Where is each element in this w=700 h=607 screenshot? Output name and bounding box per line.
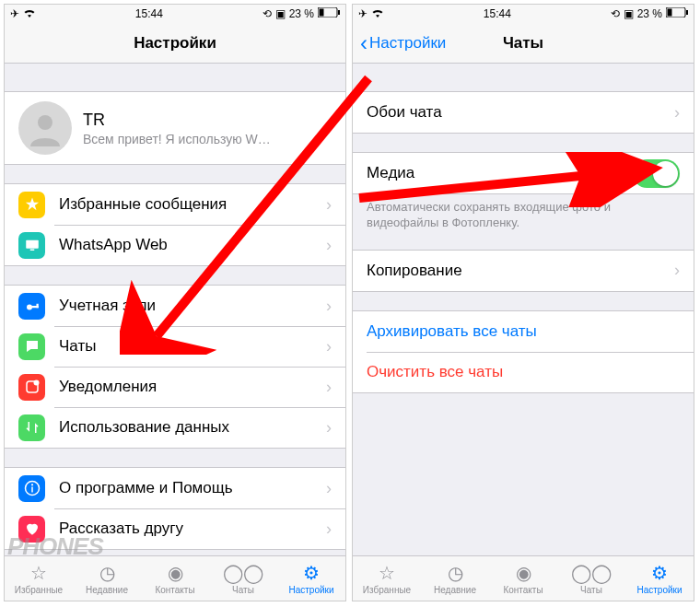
status-time: 15:44 — [484, 7, 511, 20]
svg-rect-12 — [31, 487, 33, 493]
settings-screen: ✈ 15:44 ⟲ ▣ 23 % Настройки — [4, 4, 346, 601]
chevron-right-icon: › — [326, 418, 332, 438]
airplane-icon: ✈ — [358, 7, 368, 20]
chevron-right-icon: › — [326, 337, 332, 356]
cell-label: Медиа — [367, 164, 633, 182]
archive-all-cell[interactable]: Архивировать все чаты — [353, 311, 694, 352]
notification-icon — [18, 374, 45, 401]
data-icon — [18, 414, 45, 441]
nav-bar: Настройки — [5, 23, 345, 64]
cell-label: Копирование — [367, 262, 674, 280]
cell-label: Избранные сообщения — [59, 195, 326, 214]
whatsapp-web-cell[interactable]: WhatsApp Web › — [5, 225, 345, 265]
profile-cell[interactable]: TR Всем привет! Я использую W… › — [5, 92, 345, 164]
screenshot-icon: ▣ — [624, 7, 634, 20]
tab-contacts[interactable]: ◉Контакты — [489, 556, 557, 601]
person-icon: ◉ — [516, 562, 531, 584]
watermark: PHONES — [7, 532, 103, 561]
back-button[interactable]: ‹ Настройки — [360, 30, 446, 56]
cell-label: Очистить все чаты — [367, 363, 680, 381]
cell-label: Уведомления — [59, 378, 326, 396]
cell-label: Обои чата — [367, 103, 674, 122]
svg-point-10 — [33, 380, 39, 386]
svg-rect-5 — [29, 250, 34, 251]
battery-percent: 23 % — [637, 7, 662, 20]
nav-bar: ‹ Настройки Чаты — [353, 23, 694, 64]
nav-title: Чаты — [503, 34, 543, 53]
chat-bubbles-icon: ◯◯ — [223, 562, 263, 584]
chevron-right-icon: › — [326, 119, 332, 138]
tab-favorites[interactable]: ☆Избранные — [5, 556, 73, 601]
data-usage-cell[interactable]: Использование данных › — [5, 407, 345, 448]
chevron-right-icon: › — [326, 297, 332, 316]
notifications-cell[interactable]: Уведомления › — [5, 367, 345, 407]
account-cell[interactable]: Учетная запи › — [5, 286, 345, 326]
clock-icon: ◷ — [448, 562, 463, 584]
person-icon: ◉ — [168, 562, 183, 584]
cell-label: Учетная запи — [59, 297, 326, 315]
gear-icon: ⚙ — [651, 562, 668, 584]
media-footer-note: Автоматически сохранять входящие фото и … — [353, 194, 694, 231]
starred-messages-cell[interactable]: Избранные сообщения › — [5, 184, 345, 225]
nav-title: Настройки — [134, 34, 216, 53]
chevron-right-icon: › — [326, 479, 332, 498]
chevron-right-icon: › — [326, 378, 332, 397]
chat-icon — [18, 333, 45, 360]
orientation-lock-icon: ⟲ — [611, 7, 620, 20]
chevron-right-icon: › — [326, 236, 332, 255]
star-icon — [18, 192, 45, 218]
tab-bar: ☆Избранные ◷Недавние ◉Контакты ◯◯Чаты ⚙Н… — [353, 555, 694, 601]
media-cell: Медиа — [353, 153, 694, 193]
profile-status: Всем привет! Я использую W… — [83, 132, 326, 146]
svg-point-3 — [38, 115, 52, 130]
svg-rect-16 — [686, 10, 688, 15]
tab-settings[interactable]: ⚙Настройки — [625, 556, 694, 601]
media-toggle[interactable] — [633, 159, 680, 188]
tab-chats[interactable]: ◯◯Чаты — [209, 556, 277, 601]
avatar — [18, 101, 72, 155]
battery-icon — [318, 7, 340, 20]
chats-cell[interactable]: Чаты › — [5, 326, 345, 367]
tab-settings[interactable]: ⚙Настройки — [277, 556, 345, 601]
svg-point-13 — [30, 484, 32, 485]
chats-settings-screen: ✈ 15:44 ⟲ ▣ 23 % ‹ Настройки Чаты — [352, 4, 694, 601]
back-label: Настройки — [369, 34, 446, 53]
cell-label: WhatsApp Web — [59, 236, 326, 254]
tab-recent[interactable]: ◷Недавние — [421, 556, 489, 601]
tab-chats[interactable]: ◯◯Чаты — [557, 556, 625, 601]
battery-percent: 23 % — [289, 7, 314, 20]
wifi-icon — [371, 7, 384, 20]
clear-all-cell[interactable]: Очистить все чаты — [353, 352, 694, 392]
backup-cell[interactable]: Копирование › — [353, 251, 694, 291]
desktop-icon — [18, 232, 45, 259]
tab-bar: ☆Избранные ◷Недавние ◉Контакты ◯◯Чаты ⚙Н… — [5, 555, 345, 601]
tab-favorites[interactable]: ☆Избранные — [353, 556, 421, 601]
svg-rect-2 — [338, 10, 340, 15]
cell-label: Использование данных — [59, 418, 326, 437]
profile-name: TR — [83, 111, 326, 130]
gear-icon: ⚙ — [303, 562, 320, 584]
about-cell[interactable]: О программе и Помощь › — [5, 468, 345, 508]
info-icon — [18, 475, 45, 502]
screenshot-icon: ▣ — [275, 7, 286, 20]
chevron-right-icon: › — [674, 261, 680, 280]
wifi-icon — [23, 7, 36, 20]
battery-icon — [666, 7, 688, 20]
orientation-lock-icon: ⟲ — [262, 7, 272, 20]
tab-contacts[interactable]: ◉Контакты — [141, 556, 209, 601]
svg-point-6 — [27, 305, 32, 310]
svg-rect-8 — [36, 304, 38, 309]
chevron-right-icon: › — [326, 519, 332, 539]
chevron-left-icon: ‹ — [360, 30, 368, 56]
status-time: 15:44 — [135, 7, 163, 20]
clock-icon: ◷ — [99, 562, 115, 584]
star-icon: ☆ — [379, 562, 395, 584]
chevron-right-icon: › — [326, 195, 332, 215]
status-bar: ✈ 15:44 ⟲ ▣ 23 % — [353, 5, 694, 23]
wallpaper-cell[interactable]: Обои чата › — [353, 92, 694, 133]
tab-recent[interactable]: ◷Недавние — [73, 556, 141, 601]
chat-bubbles-icon: ◯◯ — [571, 562, 612, 584]
airplane-icon: ✈ — [10, 7, 19, 20]
cell-label: Чаты — [59, 337, 326, 356]
svg-rect-4 — [26, 240, 39, 249]
